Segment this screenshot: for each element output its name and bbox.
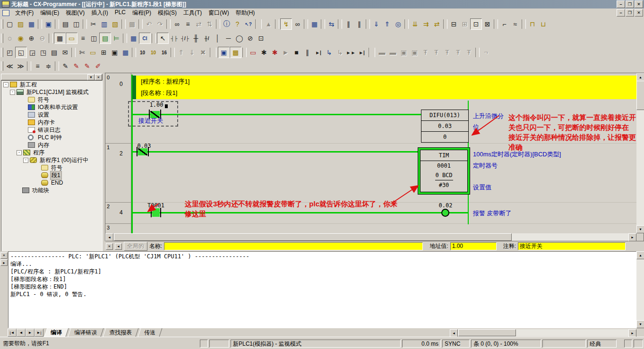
tree-expander[interactable]: - <box>17 150 22 155</box>
outdent-button[interactable]: ≪ <box>4 61 15 71</box>
new-closed-contact-button[interactable]: ┤/├ <box>180 33 190 43</box>
new-coil-button[interactable]: ◯ <box>234 33 245 43</box>
force-on-button[interactable]: ⇑ <box>176 47 187 58</box>
vertical-line-button[interactable]: │ <box>212 33 223 43</box>
show-comments-button[interactable]: ▭ <box>66 33 77 44</box>
io-condition-3-button[interactable]: ▣ <box>398 47 409 58</box>
scroll-down-button[interactable]: ▼ <box>636 320 644 328</box>
pause-monitor-button[interactable]: ∥ <box>343 19 354 29</box>
tree-expander[interactable] <box>22 105 26 110</box>
time-chart-monitor-button[interactable]: ≈ <box>510 19 521 29</box>
toolbar-grip[interactable] <box>1 48 3 57</box>
view-local-symbols-button[interactable]: ◳ <box>38 47 49 58</box>
io-condition-6-button[interactable]: Ŧ <box>431 47 442 58</box>
set-protect-button[interactable]: ⊓ <box>527 19 538 29</box>
new-contact-or-button[interactable]: ╫ <box>190 33 201 43</box>
close-button[interactable]: ✕ <box>635 9 643 17</box>
download-button[interactable]: ⇓ <box>371 19 382 29</box>
monitor-warning-button[interactable]: ∞ <box>292 19 303 29</box>
tree-item-memory-card[interactable]: 内存卡 <box>1 119 102 126</box>
menu-edit[interactable]: 编辑(E) <box>37 8 62 18</box>
transfer-program-button[interactable]: ⇊ <box>410 19 421 29</box>
collapse-symbolbar-button[interactable]: ◄ <box>115 243 122 250</box>
save-to-plc-button[interactable]: ▦ <box>309 19 320 29</box>
tree-expander[interactable]: - <box>10 90 15 95</box>
watch-window-button[interactable]: ⊞ <box>98 47 109 58</box>
tree-expander[interactable] <box>22 98 26 102</box>
tree-item-programs[interactable]: - 程序 <box>1 149 102 156</box>
close-symbolbar-button[interactable]: ✕ <box>106 243 113 250</box>
unit-monitor-1-button[interactable]: ⊟ <box>448 19 459 29</box>
io-comment-view-button[interactable]: ▭ <box>87 47 98 58</box>
toolbar-grip[interactable] <box>1 61 3 71</box>
help-topics-button[interactable]: ? <box>232 19 243 29</box>
section-outline-button[interactable]: ⊨ <box>111 33 122 43</box>
about-button[interactable]: ⓘ <box>221 19 232 29</box>
prev-tab-button[interactable]: ◄ <box>17 329 26 337</box>
show-grid-button[interactable]: ▦ <box>54 33 66 44</box>
menu-program[interactable]: 编程(P) <box>129 8 155 18</box>
upload-button[interactable]: ⇑ <box>382 19 393 29</box>
io-condition-5-button[interactable]: Ŧ <box>420 47 431 58</box>
tree-item-new-project[interactable]: - 新工程 <box>1 81 102 88</box>
step-over-button[interactable]: ↳ <box>335 47 345 58</box>
force-cancel-all-button[interactable]: ✖ <box>197 47 208 58</box>
undo-button[interactable]: ↶ <box>144 19 155 29</box>
rung-comment-block[interactable]: [程序名 : 新程序1] [段名称 : 段1] <box>132 76 636 99</box>
ladder-horizontal-scrollbar[interactable]: ◄ ► <box>105 233 636 241</box>
clear-breakpoints-button[interactable]: ✱ <box>269 47 280 58</box>
last-tab-button[interactable]: ►| <box>34 329 43 337</box>
tree-expander[interactable]: - <box>3 82 9 87</box>
tree-expander[interactable] <box>22 136 26 140</box>
tree-item-memory[interactable]: 内存 <box>1 141 102 149</box>
tree-expander[interactable] <box>22 113 26 117</box>
work-online-button[interactable]: ↯ <box>280 18 292 30</box>
menu-insert[interactable]: 插入(I) <box>88 8 111 18</box>
minimize-button[interactable]: – <box>617 9 625 17</box>
monitor-decimal-button[interactable]: 10 <box>137 47 148 58</box>
unit-monitor-3-button[interactable]: ⊡ <box>470 18 482 30</box>
tree-expander[interactable] <box>35 166 40 170</box>
indent-button[interactable]: ≫ <box>15 61 26 71</box>
show-rung-annotation-button[interactable]: ≡ <box>77 33 88 43</box>
zoom-tool-button[interactable]: ◌ <box>4 33 15 43</box>
address-field[interactable]: 1.00 <box>450 242 497 250</box>
scroll-right-button[interactable]: ► <box>628 233 636 241</box>
show-ci-button[interactable]: CI <box>139 33 151 44</box>
bookmark-list-button[interactable]: ≡ <box>32 61 43 71</box>
context-help-button[interactable]: ↖? <box>243 19 254 29</box>
close-button[interactable]: ✕ <box>635 0 643 8</box>
menu-tools[interactable]: 工具(T) <box>180 8 205 18</box>
menu-view[interactable]: 视图(V) <box>62 8 88 18</box>
step-in-button[interactable]: ↳ <box>324 47 335 58</box>
close-panel-button[interactable]: ✕ <box>95 74 102 80</box>
transfer-settings-button[interactable]: ⇉ <box>421 19 431 29</box>
tree-item-section1[interactable]: 段1 <box>1 171 102 179</box>
view-rung-list-button[interactable]: ▤ <box>49 47 60 58</box>
output-horizontal-scrollbar[interactable]: ◄ ► <box>450 329 636 336</box>
expand-output-button[interactable]: ► <box>0 259 8 266</box>
open-file-button[interactable]: ▨ <box>15 19 26 29</box>
menu-simulation[interactable]: 模拟(S) <box>155 8 180 18</box>
restore-button[interactable]: ❐ <box>626 9 634 17</box>
io-condition-9-button[interactable]: Ŧ <box>464 47 474 58</box>
tree-item-symbols[interactable]: 符号 <box>1 96 102 103</box>
return-button[interactable]: ¬ <box>481 47 491 58</box>
continuous-step-button[interactable]: ►► <box>345 47 356 58</box>
cut-button[interactable]: ✂ <box>88 19 99 29</box>
force-off-button[interactable]: ⇓ <box>187 47 197 58</box>
release-protect-button[interactable]: ⊔ <box>538 19 549 29</box>
show-monitor-box-button[interactable]: ◫ <box>88 33 99 43</box>
tree-expander[interactable] <box>35 173 40 178</box>
retrace-button[interactable]: ⇅ <box>204 19 215 29</box>
view-ladder-button[interactable]: ◱ <box>15 47 27 58</box>
zoom-select-button[interactable]: ◉ <box>15 33 26 43</box>
break-point-button[interactable]: ✱ <box>258 47 269 58</box>
compile-button[interactable]: ▣ <box>43 19 54 29</box>
close-output-button[interactable]: ✕ <box>0 252 8 259</box>
scroll-down-button[interactable]: ▼ <box>636 225 644 233</box>
force-set-button[interactable]: ✎ <box>71 61 82 71</box>
toolbar-grip[interactable] <box>1 34 3 43</box>
ladder-vertical-scrollbar[interactable]: ▲ ▼ <box>636 73 644 233</box>
first-tab-button[interactable]: |◄ <box>8 329 17 337</box>
